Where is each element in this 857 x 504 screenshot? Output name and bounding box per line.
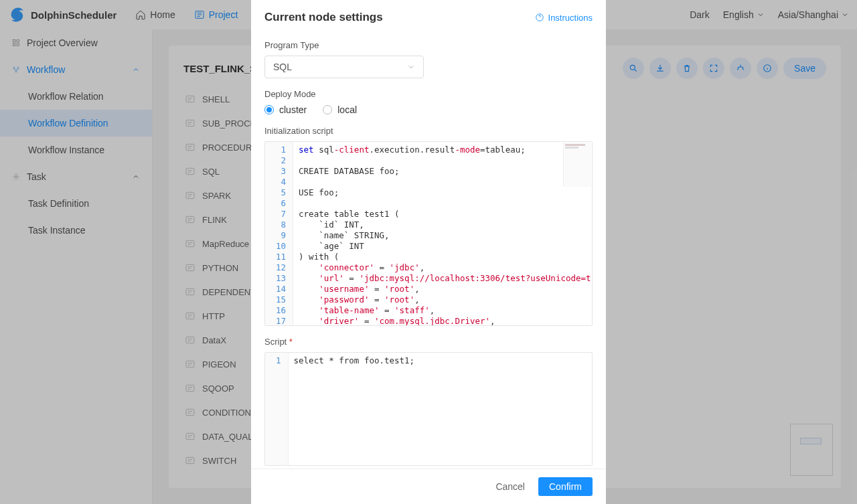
modal-title: Current node settings bbox=[264, 11, 383, 24]
chevron-down-icon bbox=[407, 63, 415, 71]
cancel-button[interactable]: Cancel bbox=[493, 477, 528, 496]
init-script-editor[interactable]: 1234567891011121314151617 set sql-client… bbox=[264, 141, 593, 326]
script-label: Script * bbox=[264, 337, 593, 347]
node-settings-modal: Current node settings Instructions Progr… bbox=[251, 0, 606, 504]
program-type-label: Program Type bbox=[264, 40, 593, 50]
init-script-label: Initialization script bbox=[264, 126, 593, 136]
program-type-select[interactable]: SQL bbox=[264, 56, 424, 78]
script-editor[interactable]: 1 select * from foo.test1; bbox=[264, 352, 593, 466]
editor-minimap[interactable] bbox=[563, 143, 591, 187]
help-icon bbox=[535, 13, 544, 22]
deploy-local-radio[interactable]: local bbox=[323, 104, 357, 115]
deploy-mode-label: Deploy Mode bbox=[264, 89, 593, 99]
instructions-link[interactable]: Instructions bbox=[535, 13, 593, 23]
confirm-button[interactable]: Confirm bbox=[538, 477, 593, 496]
deploy-cluster-radio[interactable]: cluster bbox=[264, 104, 307, 115]
